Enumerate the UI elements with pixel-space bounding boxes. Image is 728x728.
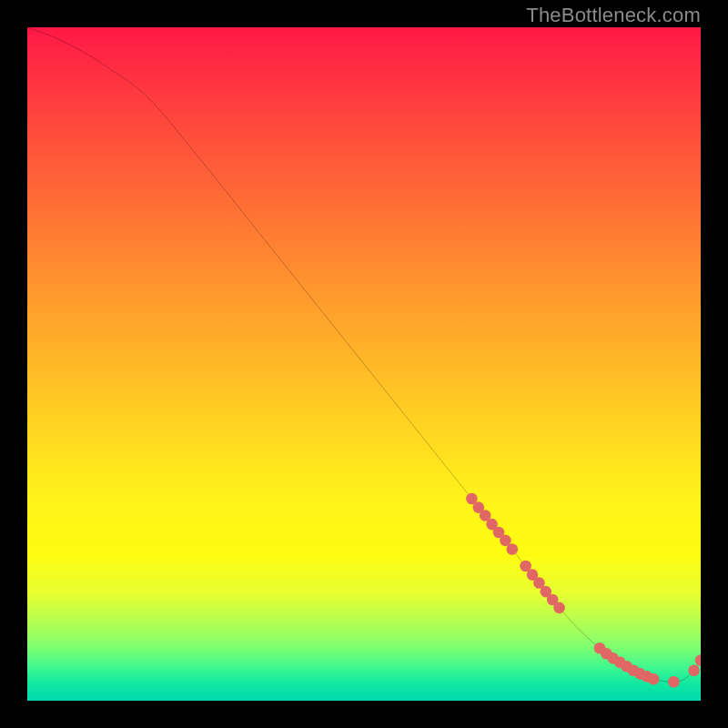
data-point bbox=[648, 673, 660, 685]
chart-svg bbox=[27, 27, 701, 701]
data-point bbox=[668, 676, 680, 688]
curve-line bbox=[27, 27, 701, 682]
data-point bbox=[507, 543, 519, 555]
data-point bbox=[553, 602, 565, 614]
curve-markers bbox=[466, 493, 701, 688]
plot-area bbox=[27, 27, 701, 701]
chart-frame: TheBottleneck.com bbox=[0, 0, 728, 728]
data-point bbox=[695, 654, 701, 666]
data-point bbox=[688, 664, 700, 676]
watermark-text: TheBottleneck.com bbox=[526, 4, 701, 27]
